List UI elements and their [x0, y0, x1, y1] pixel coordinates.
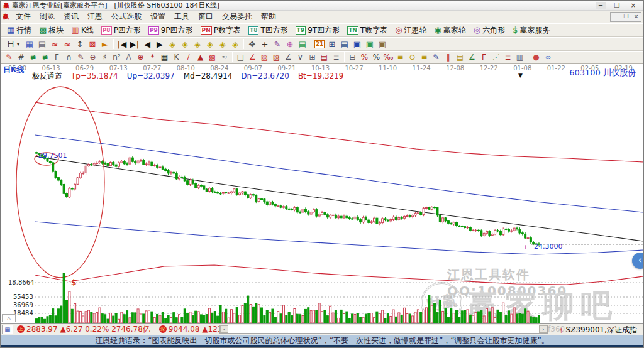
shanghai-index-quote[interactable]: 2883.97 ▲6.27 0.22% 2746.78亿 — [26, 324, 150, 335]
gann-wheel-button[interactable]: ◎江恩轮 — [391, 24, 430, 37]
step-prev-button[interactable]: ◀ — [141, 38, 153, 50]
circle-cross-tool-button[interactable]: ⊖ — [87, 52, 99, 62]
gann-marker-6-button[interactable]: ◈ — [229, 38, 242, 50]
k-mark-tool-button[interactable]: K — [170, 52, 182, 62]
calculator-tool-button[interactable]: ⊞ — [326, 38, 338, 50]
dropper-tool-button[interactable]: ↕ — [74, 38, 86, 50]
f-label-tool-button[interactable]: F — [51, 52, 63, 62]
menu-江恩[interactable]: 江恩 — [83, 10, 107, 23]
menu-浏览[interactable]: 浏览 — [35, 10, 59, 23]
web-tool-button[interactable]: ▨ — [258, 52, 270, 62]
step-next-button[interactable]: ▶ — [153, 38, 166, 50]
period-day-selector-button[interactable]: 日▾ — [3, 38, 23, 51]
region-select-button[interactable]: ⊠ — [86, 38, 99, 50]
kline-period-tab[interactable]: 日K线 — [3, 65, 24, 75]
block-tool-button[interactable]: ▧ — [270, 52, 282, 62]
mdi-minimize-button[interactable]: _ — [611, 13, 621, 21]
mark-pen-tool-button[interactable]: ✎ — [271, 38, 284, 50]
t-square-button[interactable]: T8T四方形 — [245, 24, 292, 37]
gann-marker-3-button[interactable]: ◈ — [191, 38, 204, 50]
horizontal-scrollbar[interactable]: ‹ › — [219, 325, 548, 334]
speed-line-tool-button[interactable]: ⋰ — [490, 52, 502, 62]
gann-marker-5-button[interactable]: ◈ — [216, 38, 229, 50]
wave-tool-button[interactable]: ≈ — [218, 52, 230, 62]
angle-line-tool-button[interactable]: ∠ — [466, 52, 478, 62]
gann-marker-1-button[interactable]: ◈ — [166, 38, 179, 50]
quotes-button[interactable]: ▦行情 — [3, 24, 35, 37]
burst-tool-button[interactable]: * — [147, 52, 158, 62]
kline-button[interactable]: ▥K线 — [68, 24, 97, 37]
table-grid-tool-button[interactable]: ⊞ — [306, 52, 318, 62]
9p-square-button[interactable]: P99P四方形 — [145, 24, 197, 37]
remote-tool-button[interactable]: ▣ — [376, 38, 389, 50]
menu-文件[interactable]: 文件 — [11, 10, 35, 23]
9t-square-button[interactable]: T99T四方形 — [292, 24, 343, 37]
notebook-tool-button[interactable]: ▤ — [338, 38, 351, 50]
pc-sync-tool-button[interactable]: ▣ — [364, 38, 376, 50]
percent-tool-button[interactable]: % — [370, 52, 382, 62]
grid-tool-button[interactable]: # — [15, 52, 27, 62]
arc-tool-button[interactable]: ∩ — [63, 52, 75, 62]
hand-tool-button[interactable]: ✥ — [246, 38, 258, 50]
target-tool-button[interactable]: ⊕ — [135, 52, 147, 62]
band-tool-button[interactable]: ▥ — [514, 52, 526, 62]
go-last-button[interactable]: ▶| — [128, 38, 141, 50]
mail-tool-button[interactable]: ▤ — [296, 38, 309, 50]
infinity-tool-button[interactable]: ∞ — [542, 52, 554, 62]
gann-marker-2-button[interactable]: ◈ — [179, 38, 191, 50]
fan-lines-tool-button[interactable]: ∠ — [247, 52, 258, 62]
indicator-expand-button[interactable]: △ — [2, 314, 16, 322]
ruler-pen-tool-button[interactable]: ✎ — [75, 52, 87, 62]
scroll-right-arrow[interactable]: › — [539, 325, 547, 333]
winner-wheel-button[interactable]: ◉赢家轮 — [430, 24, 469, 37]
p-square-button[interactable]: P8P四方形 — [97, 24, 145, 37]
v-check-tool-button[interactable]: ∨ — [294, 52, 306, 62]
save-tool-button[interactable]: ▣ — [351, 38, 364, 50]
ratio-tool-button[interactable]: ⊟ — [347, 52, 358, 62]
hexagon-button[interactable]: ◎六角形 — [470, 24, 509, 37]
f-line-tool-button[interactable]: F — [478, 52, 490, 62]
menu-交易委托[interactable]: 交易委托 — [218, 10, 257, 23]
score-tool-button[interactable]: ≣ — [330, 52, 342, 62]
gann-marker-4-button[interactable]: ◈ — [204, 38, 216, 50]
planting-tool-1-button[interactable]: ≢ — [27, 52, 39, 62]
info-board-button[interactable]: ▤ — [36, 38, 48, 50]
hatch-tool-button[interactable]: ▤ — [318, 52, 330, 62]
menu-公式选股[interactable]: 公式选股 — [107, 10, 146, 23]
draw-pen-button[interactable]: ✎ — [3, 52, 15, 62]
ink-pen-tool-button[interactable]: ✎ — [430, 52, 442, 62]
crosshair-tool-button[interactable]: + — [258, 38, 271, 50]
go-first-button[interactable]: |◀ — [116, 38, 128, 50]
maximize-button[interactable]: ❐ — [612, 2, 622, 9]
golden-circle-button[interactable]: ⊜ — [406, 52, 418, 62]
menu-工具[interactable]: 工具 — [170, 10, 194, 23]
mdi-restore-button[interactable]: ❐ — [621, 13, 631, 21]
stamp-tool-button[interactable]: ⊕ — [284, 38, 296, 50]
mdi-close-button[interactable]: × — [631, 13, 641, 21]
planting-tool-2-button[interactable]: ≢ — [39, 52, 51, 62]
n-square-tool-button[interactable]: n² — [111, 52, 123, 62]
menu-窗口[interactable]: 窗口 — [194, 10, 218, 23]
p-digit-table-button[interactable]: PNP数字表 — [197, 24, 245, 37]
winner-service-button[interactable]: $赢家服务 — [509, 24, 553, 37]
permille-tool-button[interactable]: ‰ — [382, 52, 394, 62]
sectors-button[interactable]: ▩板块 — [35, 24, 67, 37]
dense-hash-tool-button[interactable]: ♯ — [99, 52, 111, 62]
step-line-tool-button[interactable]: ≣ — [502, 52, 514, 62]
golden-section-2-button[interactable]: ≡ — [418, 52, 430, 62]
pie-sphere-tool-button[interactable]: ● — [530, 52, 542, 62]
fan-tool-button[interactable]: ∕ — [182, 52, 194, 62]
current-index-label[interactable]: ⍋ SZ399001,深证成指 — [559, 325, 637, 335]
flag-tool-button[interactable]: ► — [99, 38, 111, 50]
chart-style-button[interactable]: ▦ — [23, 38, 36, 50]
parallel-line-tool-button[interactable]: ∥ — [442, 52, 454, 62]
trend-tool-2-button[interactable]: ≈ — [61, 38, 74, 50]
stock-label[interactable]: 603100 川仪股份 — [569, 67, 636, 79]
a-ruler-tool-button[interactable]: A — [123, 52, 135, 62]
t-digit-table-button[interactable]: TNT数字表 — [343, 24, 391, 37]
menu-资讯[interactable]: 资讯 — [59, 10, 83, 23]
menu-帮助[interactable]: 帮助 — [257, 10, 280, 23]
percent-change-tool-button[interactable]: % — [358, 52, 370, 62]
close-button[interactable]: × — [628, 2, 638, 9]
red-grid-tool-button[interactable]: ▩ — [206, 52, 218, 62]
